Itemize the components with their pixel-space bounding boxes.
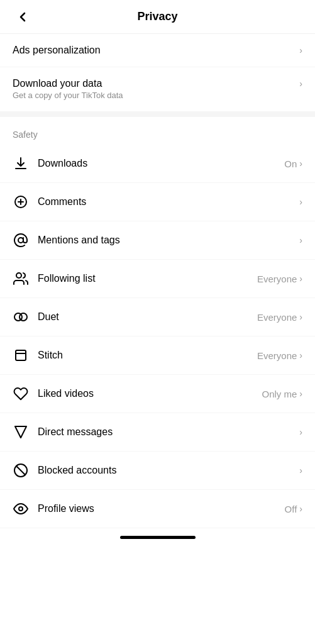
downloads-label: Downloads (38, 158, 87, 169)
stitch-value: Everyone (257, 350, 297, 361)
message-icon (13, 424, 29, 440)
blocked-accounts-label: Blocked accounts (38, 465, 116, 476)
svg-point-7 (19, 313, 27, 321)
svg-point-4 (18, 238, 23, 243)
stitch-label: Stitch (38, 350, 63, 361)
block-icon (13, 462, 29, 479)
duet-icon (13, 309, 29, 325)
blocked-accounts-item[interactable]: Blocked accounts › (0, 452, 315, 490)
mentions-tags-item[interactable]: Mentions and tags › (0, 221, 315, 260)
header: Privacy (0, 0, 315, 34)
download-your-data-label: Download your data (13, 78, 102, 89)
duet-item[interactable]: Duet Everyone › (0, 298, 315, 336)
svg-marker-10 (15, 426, 26, 438)
svg-point-5 (16, 273, 21, 278)
safety-menu: Downloads On › Comments › (0, 145, 315, 528)
divider-1 (0, 112, 315, 117)
direct-messages-item[interactable]: Direct messages › (0, 413, 315, 452)
liked-videos-item[interactable]: Liked videos Only me › (0, 375, 315, 413)
eye-icon (13, 501, 29, 517)
duet-label: Duet (38, 311, 59, 323)
stitch-icon (13, 347, 29, 364)
ads-personalization-label: Ads personalization (13, 45, 101, 56)
downloads-item[interactable]: Downloads On › (0, 145, 315, 183)
profile-views-item[interactable]: Profile views Off › (0, 490, 315, 528)
safety-section-label: Safety (0, 117, 315, 145)
liked-videos-value: Only me (262, 389, 297, 399)
page-title: Privacy (137, 10, 177, 23)
comments-item[interactable]: Comments › (0, 183, 315, 221)
download-chevron: › (299, 79, 302, 89)
home-bar (120, 536, 196, 539)
download-your-data-item[interactable]: Download your data › Get a copy of your … (0, 67, 315, 112)
duet-chevron: › (299, 312, 302, 322)
following-list-chevron: › (299, 274, 302, 284)
downloads-value: On (284, 158, 297, 169)
stitch-item[interactable]: Stitch Everyone › (0, 336, 315, 375)
mention-icon (13, 232, 29, 248)
following-list-item[interactable]: Following list Everyone › (0, 260, 315, 298)
people-icon (13, 270, 29, 287)
profile-views-chevron: › (299, 504, 302, 514)
home-indicator (0, 528, 315, 544)
svg-point-13 (19, 507, 23, 511)
mentions-tags-label: Mentions and tags (38, 235, 120, 246)
comments-label: Comments (38, 196, 86, 208)
following-list-value: Everyone (257, 274, 297, 284)
comment-icon (13, 194, 29, 210)
back-button[interactable] (10, 7, 35, 27)
stitch-chevron: › (299, 350, 302, 360)
ads-personalization-chevron: › (299, 45, 302, 55)
liked-videos-label: Liked videos (38, 388, 94, 399)
liked-videos-chevron: › (299, 389, 302, 399)
comments-chevron: › (299, 197, 302, 207)
svg-rect-8 (16, 350, 26, 360)
heart-icon (13, 386, 29, 402)
app-container: Privacy Ads personalization › Download y… (0, 0, 315, 544)
direct-messages-chevron: › (299, 427, 302, 437)
following-list-label: Following list (38, 273, 96, 284)
ads-personalization-item[interactable]: Ads personalization › (0, 34, 315, 67)
top-menu: Ads personalization › Download your data… (0, 34, 315, 112)
blocked-accounts-chevron: › (299, 465, 302, 475)
download-icon (13, 155, 29, 172)
direct-messages-label: Direct messages (38, 426, 113, 438)
download-your-data-sub: Get a copy of your TikTok data (13, 91, 123, 100)
svg-line-12 (16, 466, 25, 475)
profile-views-value: Off (285, 504, 297, 514)
mentions-tags-chevron: › (299, 235, 302, 245)
duet-value: Everyone (257, 312, 297, 323)
downloads-chevron: › (299, 158, 302, 169)
profile-views-label: Profile views (38, 503, 94, 514)
